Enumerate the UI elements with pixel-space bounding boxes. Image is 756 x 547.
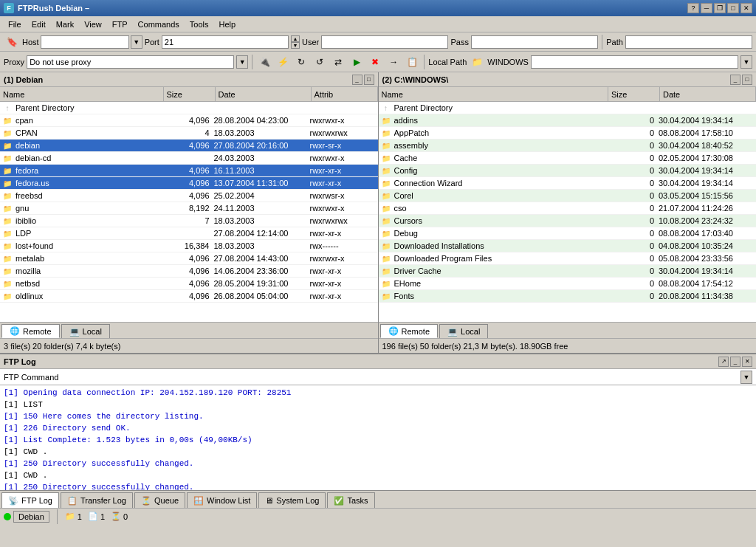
queue-button[interactable]: 📋 xyxy=(404,54,420,70)
close-button[interactable]: ✕ xyxy=(740,3,752,13)
table-row[interactable]: 📁 fedora.us 4,096 13.07.2004 11:31:00 rw… xyxy=(0,177,378,190)
table-row[interactable]: 📁 netbsd 4,096 28.05.2004 19:31:00 rwxr-… xyxy=(0,278,378,290)
left-tab-local[interactable]: 💻 Local xyxy=(61,324,110,338)
table-row[interactable]: 📁 assembly 0 30.04.2004 18:40:52 xyxy=(379,140,757,152)
right-tab-local[interactable]: 💻 Local xyxy=(439,324,488,338)
menu-tools[interactable]: Tools xyxy=(185,18,213,30)
host-dropdown[interactable]: ▼ xyxy=(131,35,142,49)
table-row[interactable]: 📁 Config 0 30.04.2004 19:34:14 xyxy=(379,165,757,177)
bookmark-button[interactable]: 🔖 xyxy=(4,34,20,50)
tab-system-log[interactable]: 🖥 System Log xyxy=(258,492,326,508)
table-row[interactable]: 📁 Cache 0 02.05.2004 17:30:08 xyxy=(379,152,757,165)
right-panel-maximize[interactable]: □ xyxy=(742,75,752,85)
pass-input[interactable] xyxy=(471,35,598,49)
table-row[interactable]: 📁 LDP 27.08.2004 12:14:00 rwxr-xr-x xyxy=(0,227,378,240)
maximize-button[interactable]: □ xyxy=(727,3,739,13)
local-path-input[interactable] xyxy=(531,55,738,69)
menu-mark[interactable]: Mark xyxy=(52,18,78,30)
left-col-name[interactable]: Name xyxy=(0,87,164,101)
connection-button[interactable]: Debian xyxy=(13,511,49,523)
right-file-list[interactable]: ↑ Parent Directory 📁 addins 0 30.04.2004… xyxy=(379,102,757,322)
log-float-button[interactable]: ↗ xyxy=(718,357,729,367)
table-row[interactable]: 📁 CPAN 4 18.03.2003 rwxrwxrwx xyxy=(0,127,378,140)
proxy-dropdown[interactable]: ▼ xyxy=(236,55,248,69)
left-tab-remote[interactable]: 🌐 Remote xyxy=(1,324,60,338)
left-file-list[interactable]: ↑ Parent Directory 📁 cpan 4,096 28.08.20… xyxy=(0,102,378,322)
port-up-button[interactable]: ▲ xyxy=(291,35,300,42)
port-down-button[interactable]: ▼ xyxy=(291,42,300,49)
table-row[interactable]: 📁 debian 4,096 27.08.2004 20:16:00 rwxr-… xyxy=(0,140,378,152)
log-command-dropdown[interactable]: ▼ xyxy=(740,371,752,384)
tab-queue[interactable]: ⏳ Queue xyxy=(134,492,185,508)
table-row[interactable]: 📁 Driver Cache 0 30.04.2004 19:34:14 xyxy=(379,265,757,278)
log-header: FTP Log ↗ _ ✕ xyxy=(0,354,756,369)
connect-button[interactable]: 🔌 xyxy=(256,54,272,70)
left-col-date[interactable]: Date xyxy=(216,87,312,101)
menu-view[interactable]: View xyxy=(80,18,106,30)
stop-button[interactable]: ✖ xyxy=(367,54,383,70)
folder-icon: 📁 xyxy=(380,252,392,264)
play-button[interactable]: ▶ xyxy=(348,54,365,70)
host-input[interactable] xyxy=(41,35,129,49)
window-list-icon: 🪟 xyxy=(193,496,204,506)
table-row[interactable]: 📁 Cursors 0 10.08.2004 23:24:32 xyxy=(379,215,757,227)
path-input[interactable] xyxy=(625,35,752,49)
menu-ftp[interactable]: FTP xyxy=(108,18,132,30)
sync-button[interactable]: ⇄ xyxy=(330,54,346,70)
proxy-input[interactable] xyxy=(27,55,234,69)
table-row[interactable]: 📁 Debug 0 08.08.2004 17:03:40 xyxy=(379,227,757,240)
table-row[interactable]: 📁 lost+found 16,384 18.03.2003 rwx------ xyxy=(0,240,378,252)
table-row[interactable]: 📁 EHome 0 08.08.2004 17:54:12 xyxy=(379,278,757,290)
right-col-name[interactable]: Name xyxy=(379,87,609,101)
right-panel-columns: Name Size Date xyxy=(379,87,757,102)
menu-file[interactable]: File xyxy=(4,18,26,30)
table-row[interactable]: 📁 fedora 4,096 16.11.2003 rwxr-xr-x xyxy=(0,165,378,177)
tab-transfer-log[interactable]: 📋 Transfer Log xyxy=(61,492,133,508)
right-col-size[interactable]: Size xyxy=(608,87,660,101)
user-input[interactable] xyxy=(321,35,448,49)
table-row[interactable]: 📁 oldlinux 4,096 26.08.2004 05:04:00 rwx… xyxy=(0,290,378,303)
left-panel-tabs: 🌐 Remote 💻 Local xyxy=(0,322,378,338)
left-panel-maximize[interactable]: □ xyxy=(364,75,374,85)
log-minimize-button[interactable]: _ xyxy=(730,357,740,367)
table-row[interactable]: 📁 metalab 4,096 27.08.2004 14:43:00 rwxr… xyxy=(0,252,378,265)
table-row[interactable]: 📁 mozilla 4,096 14.06.2004 23:36:00 rwxr… xyxy=(0,265,378,278)
tab-tasks[interactable]: ✅ Tasks xyxy=(327,492,374,508)
right-col-date[interactable]: Date xyxy=(660,87,756,101)
table-row[interactable]: 📁 Connection Wizard 0 30.04.2004 19:34:1… xyxy=(379,177,757,190)
minimize-button[interactable]: ─ xyxy=(701,3,712,13)
table-row[interactable]: 📁 cpan 4,096 28.08.2004 04:23:00 rwxrwxr… xyxy=(0,114,378,127)
table-row[interactable]: 📁 debian-cd 24.03.2003 rwxrwxr-x xyxy=(0,152,378,165)
local-path-dropdown[interactable]: ▼ xyxy=(740,55,752,69)
left-parent-dir[interactable]: ↑ Parent Directory xyxy=(0,102,378,114)
table-row[interactable]: 📁 Downloaded Installations 0 04.08.2004 … xyxy=(379,240,757,252)
port-input[interactable] xyxy=(162,35,289,49)
table-row[interactable]: 📁 Corel 0 03.05.2004 15:15:56 xyxy=(379,190,757,202)
disconnect-button[interactable]: ⚡ xyxy=(275,54,291,70)
right-tab-remote[interactable]: 🌐 Remote xyxy=(380,324,439,338)
table-row[interactable]: 📁 freebsd 4,096 25.02.2004 rwxrwsr-x xyxy=(0,190,378,202)
tab-window-list[interactable]: 🪟 Window List xyxy=(187,492,257,508)
menu-edit[interactable]: Edit xyxy=(27,18,50,30)
transfer-button[interactable]: → xyxy=(385,54,402,70)
left-panel-minimize[interactable]: _ xyxy=(352,75,362,85)
table-row[interactable]: 📁 addins 0 30.04.2004 19:34:14 xyxy=(379,114,757,127)
left-col-attrib[interactable]: Attrib xyxy=(312,87,378,101)
table-row[interactable]: 📁 AppPatch 0 08.08.2004 17:58:10 xyxy=(379,127,757,140)
restore-button[interactable]: ❐ xyxy=(714,3,726,13)
right-parent-dir[interactable]: ↑ Parent Directory xyxy=(379,102,757,114)
table-row[interactable]: 📁 ibiblio 7 18.03.2003 rwxrwxrwx xyxy=(0,215,378,227)
refresh-remote-button[interactable]: ↺ xyxy=(312,54,328,70)
menu-help[interactable]: Help xyxy=(215,18,241,30)
menu-commands[interactable]: Commands xyxy=(134,18,184,30)
help-button[interactable]: ? xyxy=(687,3,699,13)
left-col-size[interactable]: Size xyxy=(164,87,216,101)
table-row[interactable]: 📁 gnu 8,192 24.11.2003 rwxrwxr-x xyxy=(0,202,378,215)
table-row[interactable]: 📁 cso 0 21.07.2004 11:24:26 xyxy=(379,202,757,215)
log-close-button[interactable]: ✕ xyxy=(742,357,752,367)
refresh-local-button[interactable]: ↻ xyxy=(293,54,309,70)
tab-ftp-log[interactable]: 📡 FTP Log xyxy=(1,492,59,508)
table-row[interactable]: 📁 Fonts 0 20.08.2004 11:34:38 xyxy=(379,290,757,303)
table-row[interactable]: 📁 Downloaded Program Files 0 05.08.2004 … xyxy=(379,252,757,265)
right-panel-minimize[interactable]: _ xyxy=(730,75,740,85)
